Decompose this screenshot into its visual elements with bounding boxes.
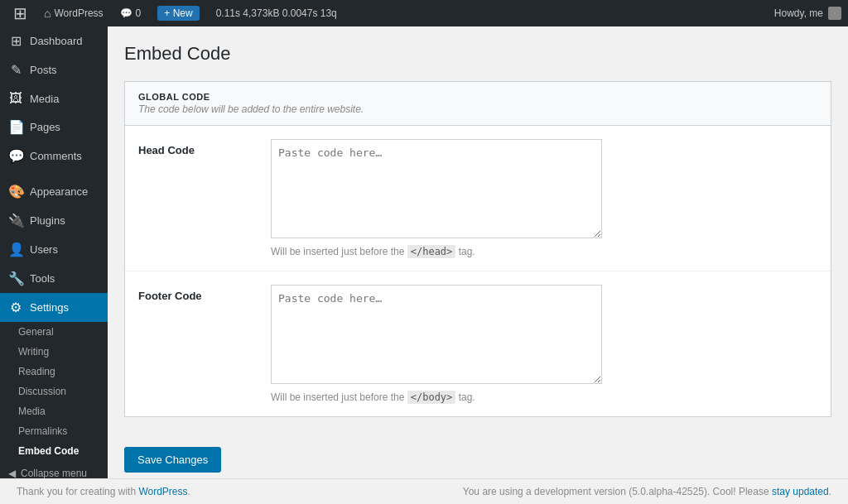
admin-bar: ⊞ ⌂ WordPress 💬 0 + New 0.11s 4,373kB 0.… bbox=[0, 0, 848, 26]
head-code-label: Head Code bbox=[138, 139, 271, 156]
sidebar-item-comments[interactable]: 💬 Comments bbox=[0, 142, 108, 170]
sidebar-item-label: Tools bbox=[30, 272, 55, 285]
sidebar-item-users[interactable]: 👤 Users bbox=[0, 235, 108, 264]
posts-icon: ✎ bbox=[8, 62, 23, 78]
comments-icon: 💬 bbox=[8, 148, 23, 164]
collapse-label: Collapse menu bbox=[21, 468, 87, 478]
sidebar-item-label: Users bbox=[30, 243, 58, 256]
submenu-writing[interactable]: Writing bbox=[0, 342, 108, 362]
footer-left: Thank you for creating with WordPress. bbox=[17, 486, 190, 497]
footer-code-hint: Will be inserted just before the </body>… bbox=[271, 391, 817, 403]
collapse-arrow-icon: ◀ bbox=[8, 468, 16, 478]
collapse-menu-button[interactable]: ◀ Collapse menu bbox=[0, 461, 108, 478]
head-hint-text: Will be inserted just before the bbox=[271, 246, 407, 257]
wp-footer: Thank you for creating with WordPress. Y… bbox=[0, 478, 848, 504]
media-icon: 🖼 bbox=[8, 91, 23, 106]
sidebar-item-label: Appearance bbox=[30, 185, 88, 198]
footer-right-text: You are using a development version (5.0… bbox=[463, 486, 772, 497]
pages-icon: 📄 bbox=[8, 119, 23, 135]
head-code-row: Head Code Will be inserted just before t… bbox=[125, 126, 831, 271]
dashboard-icon: ⊞ bbox=[8, 33, 23, 49]
section-description: The code below will be added to the enti… bbox=[138, 103, 817, 115]
submenu-permalinks[interactable]: Permalinks bbox=[0, 421, 108, 441]
head-tag-code: </head> bbox=[407, 245, 456, 258]
new-label: + New bbox=[157, 6, 199, 21]
sidebar-item-appearance[interactable]: 🎨 Appearance bbox=[0, 177, 108, 206]
submenu-label: Permalinks bbox=[18, 425, 67, 437]
plugins-icon: 🔌 bbox=[8, 213, 23, 228]
submenu-embed-code[interactable]: Embed Code bbox=[0, 441, 108, 461]
footer-code-field: Will be inserted just before the </body>… bbox=[271, 285, 817, 403]
sidebar: ⊞ Dashboard ✎ Posts 🖼 Media 📄 Pages 💬 Co… bbox=[0, 26, 108, 478]
comments-button[interactable]: 💬 0 bbox=[113, 0, 148, 26]
wp-logo-icon: ⊞ bbox=[13, 3, 27, 23]
page-title: Embed Code bbox=[124, 43, 831, 65]
sidebar-item-dashboard[interactable]: ⊞ Dashboard bbox=[0, 26, 108, 55]
footer-right: You are using a development version (5.0… bbox=[463, 486, 831, 497]
sidebar-item-label: Media bbox=[30, 93, 59, 105]
settings-arrow-icon: › bbox=[95, 300, 99, 315]
stats-text: 0.11s 4,373kB 0.0047s 13q bbox=[216, 7, 337, 19]
settings-icon: ⚙ bbox=[8, 300, 23, 315]
submenu-discussion[interactable]: Discussion bbox=[0, 382, 108, 401]
submenu-label: Media bbox=[18, 406, 46, 417]
new-content-button[interactable]: + New bbox=[151, 0, 205, 26]
footer-code-textarea[interactable] bbox=[271, 285, 602, 384]
settings-section: GLOBAL CODE The code below will be added… bbox=[124, 81, 831, 417]
site-icon: ⌂ bbox=[44, 7, 51, 20]
comment-icon: 💬 bbox=[120, 7, 132, 19]
footer-tag-code: </body> bbox=[407, 391, 456, 404]
wp-logo-button[interactable]: ⊞ bbox=[7, 0, 34, 26]
save-changes-button[interactable]: Save Changes bbox=[124, 447, 221, 473]
head-code-textarea[interactable] bbox=[271, 139, 602, 238]
submenu-label: Writing bbox=[18, 346, 49, 358]
footer-hint-text: Will be inserted just before the bbox=[271, 391, 407, 403]
user-menu[interactable]: Howdy, me bbox=[774, 7, 841, 20]
footer-stay-updated-link[interactable]: stay updated bbox=[772, 486, 829, 497]
footer-hint-suffix: tag. bbox=[455, 391, 475, 403]
sidebar-item-settings[interactable]: ⚙ Settings › bbox=[0, 293, 108, 322]
footer-code-label: Footer Code bbox=[138, 285, 271, 302]
sidebar-item-label: Pages bbox=[30, 121, 60, 133]
site-name-label: WordPress bbox=[54, 7, 103, 19]
sidebar-item-label: Plugins bbox=[30, 214, 65, 227]
footer-left-text: Thank you for creating with bbox=[17, 486, 138, 497]
head-code-hint: Will be inserted just before the </head>… bbox=[271, 246, 817, 257]
appearance-icon: 🎨 bbox=[8, 184, 23, 199]
section-header: GLOBAL CODE The code below will be added… bbox=[125, 82, 831, 126]
head-hint-suffix: tag. bbox=[455, 246, 475, 257]
site-name-button[interactable]: ⌂ WordPress bbox=[37, 0, 110, 26]
users-icon: 👤 bbox=[8, 242, 23, 257]
stats-display: 0.11s 4,373kB 0.0047s 13q bbox=[210, 0, 344, 26]
sidebar-item-label: Settings bbox=[30, 301, 69, 314]
sidebar-item-label: Comments bbox=[30, 150, 82, 162]
tools-icon: 🔧 bbox=[8, 271, 23, 286]
sidebar-item-label: Dashboard bbox=[30, 35, 83, 47]
sidebar-item-posts[interactable]: ✎ Posts bbox=[0, 55, 108, 84]
sidebar-item-media[interactable]: 🖼 Media bbox=[0, 84, 108, 113]
submenu-label: Discussion bbox=[18, 386, 66, 397]
footer-code-row: Footer Code Will be inserted just before… bbox=[125, 271, 831, 416]
submenu-media[interactable]: Media bbox=[0, 401, 108, 421]
sidebar-item-pages[interactable]: 📄 Pages bbox=[0, 113, 108, 142]
submenu-label: General bbox=[18, 326, 54, 338]
sidebar-item-plugins[interactable]: 🔌 Plugins bbox=[0, 206, 108, 235]
user-avatar bbox=[828, 7, 841, 20]
wp-layout: ⊞ Dashboard ✎ Posts 🖼 Media 📄 Pages 💬 Co… bbox=[0, 26, 848, 478]
howdy-text: Howdy, me bbox=[774, 7, 823, 19]
submenu-label: Embed Code bbox=[18, 445, 79, 457]
head-code-field: Will be inserted just before the </head>… bbox=[271, 139, 817, 257]
submenu-general[interactable]: General bbox=[0, 322, 108, 342]
main-content: Embed Code GLOBAL CODE The code below wi… bbox=[108, 26, 848, 478]
comment-count: 0 bbox=[136, 7, 142, 19]
submenu-reading[interactable]: Reading bbox=[0, 362, 108, 382]
section-title: GLOBAL CODE bbox=[138, 92, 817, 102]
submenu-label: Reading bbox=[18, 366, 55, 377]
sidebar-item-label: Posts bbox=[30, 64, 57, 76]
sidebar-item-tools[interactable]: 🔧 Tools bbox=[0, 264, 108, 293]
footer-wordpress-link[interactable]: WordPress bbox=[138, 486, 187, 497]
